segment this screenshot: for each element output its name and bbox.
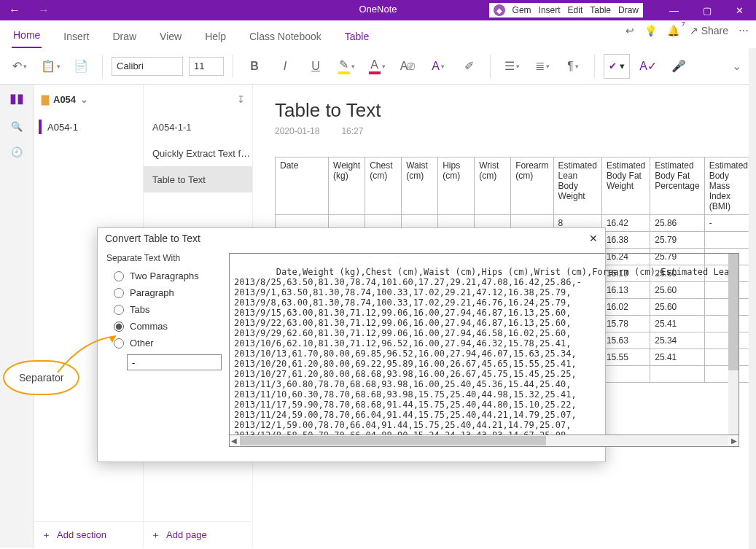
- more-icon[interactable]: ⋯: [739, 25, 749, 36]
- section-item[interactable]: A054-1: [34, 114, 143, 140]
- paste-button[interactable]: 📋▾: [38, 54, 63, 79]
- share-button[interactable]: ↗ Share: [690, 25, 728, 36]
- table-header[interactable]: Waist (cm): [402, 157, 438, 215]
- font-color-button[interactable]: A▾: [365, 54, 389, 79]
- add-page-button[interactable]: ＋Add page: [144, 521, 252, 548]
- dialog-close-button[interactable]: ✕: [589, 233, 598, 244]
- table-cell[interactable]: [704, 232, 752, 249]
- page-title[interactable]: Table to Text: [275, 99, 741, 122]
- separator-radio[interactable]: [114, 271, 124, 281]
- window-close-button[interactable]: ✕: [723, 5, 756, 16]
- gem-tab-edit[interactable]: Edit: [568, 5, 583, 15]
- separator-option[interactable]: Two Paragraphs: [114, 270, 222, 281]
- gem-tab-insert[interactable]: Insert: [539, 5, 561, 15]
- table-header[interactable]: Date: [276, 157, 329, 215]
- tags-button[interactable]: A✓: [636, 54, 660, 79]
- table-cell[interactable]: 16.38: [601, 232, 650, 249]
- separator-option-label: Paragraph: [130, 287, 174, 298]
- highlight-button[interactable]: ✎▾: [334, 54, 359, 79]
- bulb-icon[interactable]: 💡: [644, 25, 657, 36]
- preview-hscroll-thumb[interactable]: [240, 436, 546, 445]
- recent-icon[interactable]: 🕘: [11, 147, 23, 157]
- tab-home[interactable]: Home: [12, 25, 42, 48]
- separator-radio[interactable]: [114, 305, 124, 315]
- gem-tab-draw[interactable]: Draw: [618, 5, 639, 15]
- separator-option[interactable]: Tabs: [114, 304, 222, 315]
- table-cell[interactable]: 25.79: [650, 232, 704, 249]
- preview-vscroll-thumb[interactable]: [728, 254, 739, 370]
- ribbon-toolbar: ↶▾ 📋▾ 📄 Calibri 11 B I U ✎▾ A▾ A⎚ A▾ ✐ ☰…: [0, 48, 756, 85]
- hscroll-left-icon[interactable]: ◀: [231, 437, 237, 445]
- todo-tag-button[interactable]: ✔▾: [604, 54, 630, 79]
- nav-forward-button[interactable]: →: [29, 4, 58, 17]
- left-rail: ▮▮ 🔍 🕘: [0, 85, 34, 548]
- table-header[interactable]: Estimated Body Mass Index (BMI): [704, 157, 752, 215]
- gem-tab-gem[interactable]: Gem: [513, 5, 531, 15]
- ribbon-tabs: Home Insert Draw View Help Class Noteboo…: [0, 20, 756, 48]
- table-header[interactable]: Estimated Body Fat Percentage: [650, 157, 704, 215]
- notification-bell-icon[interactable]: 🔔: [667, 25, 679, 36]
- tab-insert[interactable]: Insert: [62, 26, 90, 48]
- add-section-button[interactable]: ＋Add section: [34, 521, 143, 548]
- window-maximize-button[interactable]: ▢: [690, 5, 723, 16]
- page-item-selected[interactable]: Table to Text: [144, 166, 252, 192]
- separator-option[interactable]: Other: [114, 338, 222, 349]
- styles-button[interactable]: A▾: [426, 54, 451, 79]
- bullets-button[interactable]: ☰▾: [499, 54, 524, 79]
- table-header[interactable]: Estimated Lean Body Weight: [553, 157, 601, 215]
- table-header[interactable]: Chest (cm): [365, 157, 402, 215]
- sort-icon[interactable]: ↧: [237, 94, 245, 105]
- gem-toolbar: ◆ Gem Insert Edit Table Draw: [489, 3, 643, 17]
- preview-hscroll[interactable]: ◀ ▶: [229, 435, 739, 447]
- font-name-input[interactable]: Calibri: [112, 57, 183, 76]
- table-header[interactable]: Hips (cm): [438, 157, 475, 215]
- table-cell[interactable]: -: [704, 215, 752, 232]
- separator-radio[interactable]: [114, 288, 124, 298]
- tab-draw[interactable]: Draw: [111, 26, 138, 48]
- table-cell[interactable]: 16.42: [601, 215, 650, 232]
- hscroll-right-icon[interactable]: ▶: [731, 437, 737, 445]
- table-header[interactable]: Estimated Body Fat Weight: [601, 157, 650, 215]
- annotation-callout: Separator: [3, 360, 79, 395]
- other-separator-input[interactable]: [127, 354, 222, 370]
- bold-button[interactable]: B: [242, 54, 267, 79]
- clipboard-button[interactable]: 📄: [69, 54, 93, 79]
- undo-button[interactable]: ↶▾: [7, 54, 32, 79]
- table-header[interactable]: Weight (kg): [329, 157, 365, 215]
- tab-table[interactable]: Table: [343, 26, 370, 48]
- add-section-label: Add section: [57, 529, 106, 540]
- separator-group-label: Separate Text With: [106, 253, 222, 263]
- page-item[interactable]: Quickly Extract Text f…: [144, 140, 252, 166]
- separator-radio[interactable]: [114, 322, 124, 332]
- notebook-chevron-icon[interactable]: ⌄: [80, 94, 88, 105]
- italic-button[interactable]: I: [273, 54, 297, 79]
- paragraph-button[interactable]: ¶▾: [561, 54, 585, 79]
- tab-help[interactable]: Help: [203, 26, 227, 48]
- add-page-label: Add page: [166, 529, 207, 540]
- dictate-button[interactable]: 🎤: [666, 54, 691, 79]
- numbered-list-button[interactable]: ≣▾: [530, 54, 555, 79]
- window-minimize-button[interactable]: —: [658, 5, 690, 16]
- preview-textarea[interactable]: Date,Weight (kg),Chest (cm),Waist (cm),H…: [229, 253, 739, 435]
- search-icon[interactable]: 🔍: [11, 121, 23, 132]
- vertical-scrollbar[interactable]: [749, 48, 756, 549]
- gem-icon: ◆: [494, 4, 505, 16]
- tab-view[interactable]: View: [158, 26, 183, 48]
- underline-button[interactable]: U: [303, 54, 328, 79]
- clear-formatting-button[interactable]: A⎚: [395, 54, 420, 79]
- separator-option[interactable]: Paragraph: [114, 287, 222, 298]
- font-size-input[interactable]: 11: [189, 57, 224, 76]
- table-cell[interactable]: 25.86: [650, 215, 704, 232]
- notebook-name[interactable]: A054: [53, 94, 76, 105]
- notebooks-icon[interactable]: ▮▮: [9, 90, 24, 106]
- nav-back-button[interactable]: ←: [0, 4, 29, 17]
- gem-tab-table[interactable]: Table: [590, 5, 611, 15]
- table-header[interactable]: Forearm (cm): [511, 157, 553, 215]
- table-header[interactable]: Wrist (cm): [475, 157, 511, 215]
- reply-icon[interactable]: ↩: [626, 25, 634, 36]
- ribbon-expand-button[interactable]: ⌄: [724, 54, 749, 79]
- separator-option[interactable]: Commas: [114, 321, 222, 332]
- tab-class-notebook[interactable]: Class Notebook: [248, 26, 323, 48]
- format-painter-button[interactable]: ✐: [456, 54, 481, 79]
- page-item[interactable]: A054-1-1: [144, 114, 252, 140]
